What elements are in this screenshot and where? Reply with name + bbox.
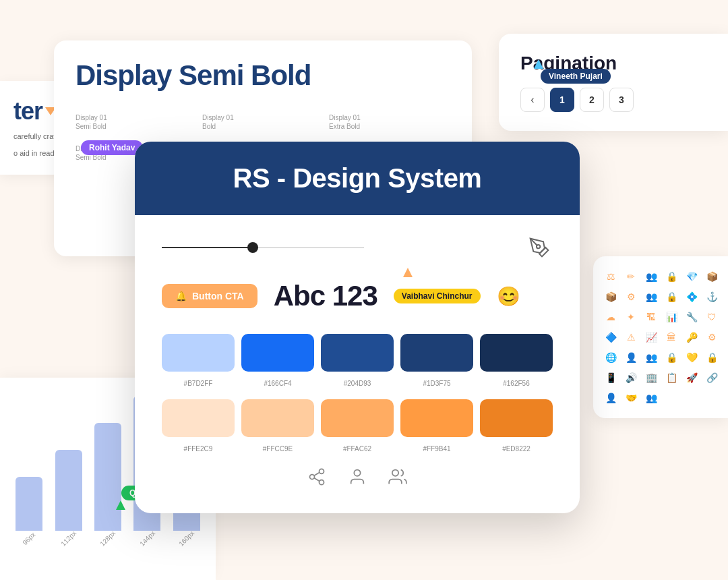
abc-text: Abc 123 [274, 280, 377, 312]
bar-96 [16, 477, 42, 531]
pen-tool-icon [526, 234, 553, 261]
pagination-controls: Vineeth Pujari ‹ 1 2 3 [520, 88, 706, 112]
icon-group: 👥 [644, 270, 658, 283]
swatch-label-ffcc9e: #FFCC9E [241, 445, 314, 453]
bar-112 [55, 450, 82, 531]
button-cta-label: Button CTA [192, 291, 244, 301]
icon-key: 🔑 [685, 330, 698, 344]
svg-point-1 [320, 469, 324, 473]
bar-label-112: 112px [59, 529, 78, 548]
icon-rocket: 🚀 [685, 371, 698, 384]
main-modal: RS - Design System 🔔 Button [135, 142, 580, 513]
swatch-labels-orange: #FFE2C9 #FFCC9E #FFAC62 #FF9B41 #ED8222 [162, 445, 553, 453]
svg-line-4 [314, 478, 320, 482]
svg-point-2 [310, 475, 315, 480]
icon-lock-3: 🔒 [665, 351, 678, 364]
cursor-blue-icon [534, 59, 543, 69]
bar-128 [94, 423, 121, 531]
icon-warning: ⚠ [624, 330, 638, 344]
slider-fill [162, 247, 253, 248]
swatch-b7d2ff [162, 334, 235, 372]
page-3-button[interactable]: 3 [609, 88, 634, 112]
icon-user-add: 👤 [604, 391, 617, 405]
person-icon [345, 465, 369, 489]
icon-tools: 🔧 [685, 310, 698, 324]
icon-diamond: 💎 [685, 270, 698, 283]
icon-settings: ⚙ [705, 330, 719, 344]
icons-grid: ⚖ ✏ 👥 🔒 💎 📦 📦 ⚙ 👥 🔒 💠 ⚓ ☁ ✦ 🏗 📊 🔧 🛡 🔷 ⚠ … [604, 270, 717, 405]
svg-line-5 [314, 473, 320, 476]
icon-clipboard: 📋 [665, 371, 678, 384]
icon-scale: ⚖ [604, 270, 617, 283]
color-swatches-blue [162, 334, 553, 372]
modal-bottom-icons [162, 465, 553, 489]
swatch-ff9b41 [400, 399, 473, 437]
typo-label-3: Display 01Extra Bold [329, 111, 450, 134]
pagination-prev-button[interactable]: ‹ [520, 88, 545, 112]
icon-heart: 💛 [685, 351, 698, 364]
share-icon [305, 465, 329, 489]
icon-trend: 📈 [644, 330, 658, 344]
bar-label-96: 96px [22, 531, 37, 546]
icon-lock-4: 🔒 [705, 351, 719, 364]
swatch-label-204d93: #204D93 [321, 380, 394, 387]
swatch-204d93 [321, 334, 394, 372]
icon-cube: 💠 [685, 290, 698, 303]
swatch-166cf4 [241, 334, 314, 372]
icon-link: 🔗 [705, 371, 719, 384]
swatch-label-1d3f75: #1D3F75 [400, 380, 473, 387]
bar-label-160: 160px [177, 529, 195, 548]
icon-cloud: ☁ [604, 310, 617, 324]
svg-point-0 [537, 245, 540, 248]
icon-phone: 📱 [604, 371, 617, 384]
swatch-label-ed8222: #ED8222 [480, 445, 553, 453]
swatch-label-b7d2ff: #B7D2FF [162, 380, 235, 387]
bell-icon: 🔔 [175, 291, 187, 301]
slider-track[interactable] [162, 247, 364, 248]
badge-vaibhavi: Vaibhavi Chinchur [394, 289, 481, 303]
bar-item-128: 128px [92, 423, 123, 542]
swatch-label-ff9b41: #FF9B41 [400, 445, 473, 453]
slider-thumb[interactable] [247, 242, 258, 253]
svg-point-6 [354, 470, 360, 476]
bar-item-96: 96px [13, 477, 44, 542]
page-1-button[interactable]: 1 [550, 88, 574, 112]
icon-bank: 🏛 [665, 330, 678, 344]
svg-point-7 [392, 470, 398, 476]
modal-header: RS - Design System [135, 142, 580, 215]
display-semi-bold-text: Display Semi Bold [75, 59, 450, 92]
color-swatches-orange [162, 399, 553, 437]
button-cta[interactable]: 🔔 Button CTA [162, 284, 257, 308]
badge-vineeth: Vineeth Pujari [541, 69, 611, 84]
swatch-label-166cf4: #166CF4 [241, 380, 314, 387]
group-icon [386, 465, 410, 489]
icon-handshake: 🤝 [624, 391, 638, 405]
swatch-ffac62 [321, 399, 394, 437]
icon-speaker: 🔊 [624, 371, 638, 384]
icon-box: 📦 [705, 270, 719, 283]
icon-team: 👥 [644, 391, 658, 405]
icon-gear: ⚙ [624, 290, 638, 303]
button-text-row: 🔔 Button CTA Abc 123 Vaibhavi Chinchur 😊 [162, 280, 553, 312]
bar-item-112: 112px [53, 450, 84, 542]
svg-point-3 [320, 480, 324, 485]
swatch-ffcc9e [241, 399, 314, 437]
swatch-labels-blue: #B7D2FF #166CF4 #204D93 #1D3F75 #162F56 [162, 380, 553, 387]
app-name-text: ter [13, 97, 42, 125]
smiley-icon: 😊 [497, 285, 520, 308]
icon-globe: 🌐 [604, 351, 617, 364]
swatch-ed8222 [480, 399, 553, 437]
icon-package: 📦 [604, 290, 617, 303]
swatch-label-ffac62: #FFAC62 [321, 445, 394, 453]
bar-label-144: 144px [138, 529, 156, 548]
typo-label-2: Display 01Bold [202, 111, 324, 134]
icon-anchor: ⚓ [705, 290, 719, 303]
swatch-label-162f56: #162F56 [480, 380, 553, 387]
icons-panel: ⚖ ✏ 👥 🔒 💎 📦 📦 ⚙ 👥 🔒 💠 ⚓ ☁ ✦ 🏗 📊 🔧 🛡 🔷 ⚠ … [593, 256, 728, 418]
icon-pencil: ✏ [624, 270, 638, 283]
icon-users: 👥 [644, 290, 658, 303]
icon-shield: 🛡 [705, 310, 719, 324]
page-2-button[interactable]: 2 [580, 88, 604, 112]
cursor-green-icon [116, 500, 125, 510]
modal-title: RS - Design System [162, 163, 553, 194]
